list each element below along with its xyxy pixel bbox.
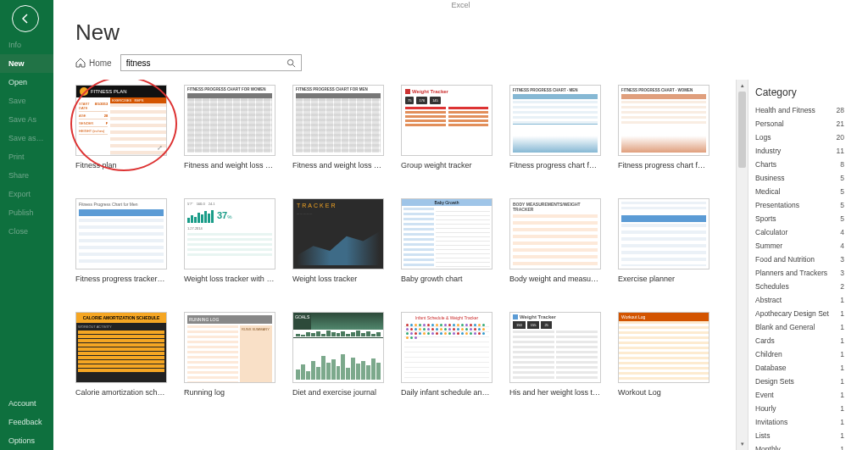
category-item[interactable]: Calculator4: [748, 225, 851, 239]
template-card[interactable]: FITNESS PLANSTART DATE8/1/2013AGE28GENDE…: [75, 85, 167, 169]
category-item[interactable]: Medical5: [748, 185, 851, 198]
category-item[interactable]: Presentations5: [748, 198, 851, 212]
category-count: 28: [837, 106, 844, 114]
template-card[interactable]: 5'7"160.024.137%1.27.2014Weight loss tra…: [184, 198, 275, 283]
category-count: 1: [840, 296, 844, 304]
category-label: Schedules: [755, 282, 789, 291]
template-card[interactable]: Weight Tracker15015525His and her weight…: [509, 312, 601, 397]
template-card[interactable]: GOALSDiet and exercise journal: [292, 312, 384, 397]
scroll-up-arrow[interactable]: ▴: [737, 80, 748, 92]
template-name: Group weight tracker: [401, 161, 492, 169]
template-card[interactable]: RUNNING LOGRUNS SUMMARYRunning log: [184, 312, 275, 397]
template-card[interactable]: BODY MEASUREMENTS/WEIGHT TRACKERBody wei…: [509, 198, 601, 283]
category-count: 5: [840, 174, 844, 182]
templates-area: FITNESS PLANSTART DATE8/1/2013AGE28GENDE…: [70, 80, 736, 450]
category-item[interactable]: Personal21: [748, 117, 851, 131]
scrollbar-thumb[interactable]: [738, 92, 746, 168]
template-card[interactable]: FITNESS PROGRESS CHART · WOMENFitness pr…: [618, 85, 709, 169]
template-card[interactable]: Workout LogWorkout Log: [618, 312, 709, 397]
template-card[interactable]: TRACKER— — — — —Weight loss tracker: [292, 198, 384, 283]
template-card[interactable]: CALORIE AMORTIZATION SCHEDULEWORKOUT ACT…: [75, 312, 167, 397]
sidebar-item-feedback[interactable]: Feedback: [0, 413, 53, 431]
category-item[interactable]: Apothecary Design Set1: [748, 307, 851, 320]
category-item[interactable]: Health and Fitness28: [748, 103, 851, 117]
search-input[interactable]: [121, 55, 282, 70]
category-count: 1: [840, 431, 844, 440]
category-count: 1: [840, 418, 844, 426]
category-title: Category: [748, 83, 851, 103]
search-button[interactable]: [282, 55, 301, 70]
category-label: Blank and General: [755, 323, 815, 331]
sidebar-item-print[interactable]: Print: [0, 147, 53, 166]
arrow-left-icon: [19, 12, 32, 25]
pin-icon[interactable]: ⤢: [157, 144, 163, 152]
template-name: Body weight and measurements...: [509, 275, 601, 283]
home-icon: [75, 58, 86, 68]
sidebar-item-info[interactable]: Info: [0, 36, 53, 54]
sidebar-item-account[interactable]: Account: [0, 394, 53, 413]
template-name: Fitness progress chart for wome...: [618, 161, 709, 169]
sidebar-item-share[interactable]: Share: [0, 166, 53, 185]
template-card[interactable]: Infant Schedule & Weight TrackerDaily in…: [401, 312, 492, 397]
category-item[interactable]: Cards1: [748, 334, 851, 347]
sidebar-item-save-as[interactable]: Save As: [0, 110, 53, 129]
sidebar-item-close[interactable]: Close: [0, 222, 53, 241]
category-item[interactable]: Monthly1: [748, 442, 851, 450]
template-card[interactable]: FITNESS PROGRESS CHART · MENFitness prog…: [509, 85, 601, 169]
sidebar-item-export[interactable]: Export: [0, 185, 53, 203]
template-name: Weight loss tracker with BMI: [184, 275, 275, 283]
scrollbar[interactable]: ▴ ▾: [736, 80, 748, 450]
sidebar-item-options[interactable]: Options: [0, 431, 53, 450]
category-item[interactable]: Hourly1: [748, 402, 851, 415]
category-count: 1: [840, 404, 844, 413]
back-button[interactable]: [12, 5, 39, 32]
category-item[interactable]: Children1: [748, 347, 851, 361]
category-count: 1: [840, 309, 844, 318]
app-title: Excel: [70, 1, 851, 9]
category-item[interactable]: Blank and General1: [748, 320, 851, 334]
template-name: Fitness and weight loss chart for...: [184, 161, 275, 169]
template-card[interactable]: FITNESS PROGRESS CHART FOR MENFitness an…: [292, 85, 384, 169]
template-name: Weight loss tracker: [292, 275, 384, 283]
category-item[interactable]: Planners and Trackers3: [748, 266, 851, 280]
category-item[interactable]: Database1: [748, 361, 851, 375]
category-item[interactable]: Summer4: [748, 239, 851, 253]
sidebar-item-save-as-adobe-pdf[interactable]: Save as Adobe PDF: [0, 129, 53, 147]
template-card[interactable]: Exercise planner: [618, 198, 709, 283]
search-box: [120, 54, 302, 71]
category-count: 1: [840, 364, 844, 372]
category-item[interactable]: Event1: [748, 388, 851, 402]
category-item[interactable]: Logs20: [748, 131, 851, 144]
sidebar-item-open[interactable]: Open: [0, 73, 53, 92]
category-item[interactable]: Food and Nutrition3: [748, 253, 851, 266]
sidebar-item-publish[interactable]: Publish: [0, 203, 53, 222]
category-item[interactable]: Charts8: [748, 158, 851, 171]
category-item[interactable]: Invitations1: [748, 415, 851, 429]
category-count: 8: [840, 160, 844, 169]
template-card[interactable]: Weight Tracker75176145Group weight track…: [401, 85, 492, 169]
category-item[interactable]: Lists1: [748, 429, 851, 442]
scroll-down-arrow[interactable]: ▾: [737, 438, 748, 450]
category-item[interactable]: Schedules2: [748, 280, 851, 293]
template-name: Calorie amortization schedule: [75, 388, 167, 397]
category-item[interactable]: Abstract1: [748, 293, 851, 307]
category-count: 2: [840, 282, 844, 291]
category-item[interactable]: Industry11: [748, 144, 851, 158]
category-count: 11: [837, 147, 844, 155]
template-name: Diet and exercise journal: [292, 388, 384, 397]
category-label: Database: [755, 364, 786, 372]
home-breadcrumb[interactable]: Home: [75, 58, 112, 68]
category-label: Abstract: [755, 296, 782, 304]
category-item[interactable]: Design Sets1: [748, 375, 851, 388]
sidebar-item-new[interactable]: New: [0, 54, 53, 73]
template-name: His and her weight loss tracker: [509, 388, 601, 397]
category-label: Children: [755, 350, 782, 358]
svg-line-1: [293, 64, 296, 67]
category-item[interactable]: Sports5: [748, 212, 851, 225]
template-card[interactable]: Fitness Progress Chart for MenFitness pr…: [75, 198, 167, 283]
template-card[interactable]: FITNESS PROGRESS CHART FOR WOMENFitness …: [184, 85, 275, 169]
sidebar-item-save[interactable]: Save: [0, 92, 53, 110]
category-count: 5: [840, 201, 844, 209]
template-card[interactable]: Baby GrowthBaby growth chart: [401, 198, 492, 283]
category-item[interactable]: Business5: [748, 171, 851, 185]
